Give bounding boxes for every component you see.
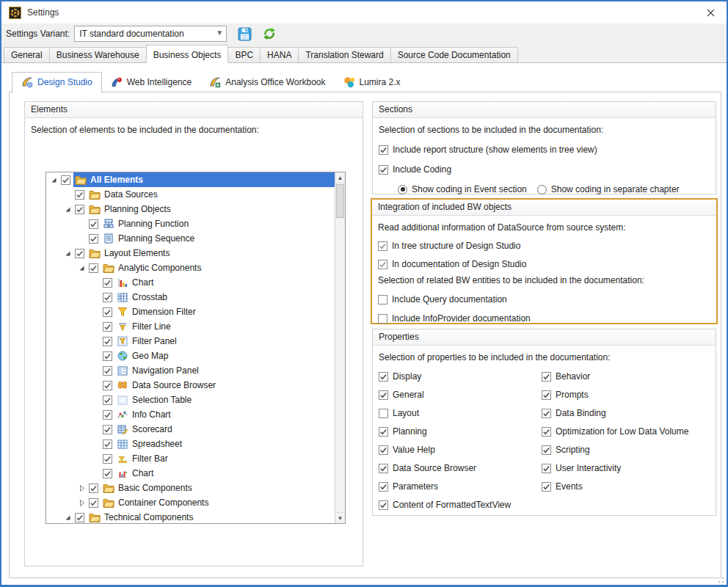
checkbox-general-left[interactable]: General [379,390,542,400]
checkbox-box[interactable] [379,165,388,175]
tree-checkbox[interactable] [103,410,112,420]
subtab-design-studio[interactable]: Design Studio [12,72,102,93]
radio-button[interactable] [398,185,407,194]
close-icon[interactable] [700,4,721,21]
expanded-arrow-icon[interactable] [77,263,87,273]
checkbox-include-infoprovider-documentation[interactable]: Include InfoProvider documentation [378,313,716,324]
checkbox-box[interactable] [378,260,387,269]
tree-item-planning-sequence[interactable]: Planning Sequence [46,231,335,246]
checkbox-include-query-documentation[interactable]: Include Query documentation [378,294,716,305]
expanded-arrow-icon[interactable] [63,513,73,522]
checkbox-include-coding[interactable]: Include Coding [379,164,716,175]
tree-checkbox[interactable] [103,440,112,449]
checkbox-parameters-left[interactable]: Parameters [379,481,542,492]
expanded-arrow-icon[interactable] [63,205,73,214]
tree-checkbox[interactable] [103,293,112,302]
tree-checkbox[interactable] [103,322,112,332]
checkbox-box[interactable] [378,314,387,324]
subtab-lumira-2-x[interactable]: Lumira 2.x [335,73,410,92]
subtab-analysis-office-workbook[interactable]: Analysis Office Workbook [200,73,334,92]
tab-general[interactable]: General [4,47,50,62]
checkbox-layout-left[interactable]: Layout [379,408,542,418]
tree-checkbox[interactable] [75,513,84,522]
checkbox-scripting-right[interactable]: Scripting [542,445,688,455]
tab-bpc[interactable]: BPC [228,47,261,62]
checkbox-box[interactable] [379,409,388,418]
checkbox-include-report-structure-show-elements-in-tree-view[interactable]: Include report structure (show elements … [379,145,716,155]
expanded-arrow-icon[interactable] [63,249,73,258]
tree-checkbox[interactable] [89,219,98,229]
tree-item-all-elements[interactable]: All Elements [46,172,335,187]
expanded-arrow-icon[interactable] [49,175,59,185]
scrollbar-thumb[interactable] [336,184,344,218]
tree-scrollbar[interactable]: ▲ ▼ [335,172,345,523]
radio-button[interactable] [537,185,547,194]
tree-item-dimension-filter[interactable]: Dimension Filter [46,305,335,319]
tree-item-data-source-browser[interactable]: Data Source Browser [46,378,335,393]
combo-dropdown-icon[interactable]: ▼ [216,29,223,37]
tree-checkbox[interactable] [75,190,84,200]
scroll-up-icon[interactable]: ▲ [335,172,345,183]
tree-checkbox[interactable] [103,469,112,478]
tree-item-layout-elements[interactable]: Layout Elements [46,246,335,260]
resize-grip[interactable] [716,575,724,583]
tree-item-selection-table[interactable]: Selection Table [46,393,335,407]
tab-business-objects[interactable]: Business Objects [146,45,229,63]
tree-checkbox[interactable] [89,234,98,244]
tree-checkbox[interactable] [103,366,112,376]
tree-item-chart[interactable]: Chart [46,466,335,481]
tree-checkbox[interactable] [103,425,112,434]
tab-business-warehouse[interactable]: Business Warehouse [49,47,147,62]
tab-translation-steward[interactable]: Translation Steward [298,47,390,62]
checkbox-box[interactable] [542,390,551,400]
checkbox-box[interactable] [542,409,551,418]
checkbox-optimization-for-low-data-volume-right[interactable]: Optimization for Low Data Volume [542,426,688,437]
checkbox-box[interactable] [542,427,551,437]
tree-checkbox[interactable] [89,484,98,493]
checkbox-events-right[interactable]: Events [542,481,688,492]
tree-item-technical-components[interactable]: Technical Components [46,510,335,524]
checkbox-box[interactable] [379,464,388,473]
radio-show-coding-in-event-section[interactable]: Show coding in Event section [398,184,527,194]
tab-source-code-documentation[interactable]: Source Code Documentation [390,47,518,62]
tree-checkbox[interactable] [75,205,84,214]
tree-checkbox[interactable] [75,249,84,258]
checkbox-value-help-left[interactable]: Value Help [379,445,542,455]
checkbox-display-left[interactable]: Display [379,371,542,382]
tree-item-container-components[interactable]: Container Components [46,495,335,510]
checkbox-box[interactable] [542,372,551,382]
checkbox-in-tree-structure-of-design-studio[interactable]: In tree structure of Design Studio [378,241,716,251]
tree-item-basic-components[interactable]: Basic Components [46,481,335,495]
checkbox-behavior-right[interactable]: Behavior [542,371,688,382]
checkbox-planning-left[interactable]: Planning [379,426,542,437]
checkbox-box[interactable] [542,482,551,492]
tree-item-planning-objects[interactable]: Planning Objects [46,202,335,216]
collapsed-arrow-icon[interactable] [77,498,87,508]
checkbox-prompts-right[interactable]: Prompts [542,390,688,400]
checkbox-content-of-formattedtextview-left[interactable]: Content of FormattedTextView [379,500,542,510]
checkbox-box[interactable] [542,464,551,473]
tree-item-info-chart[interactable]: Info Chart [46,407,335,422]
tree-item-spreadsheet[interactable]: Spreadsheet [46,437,335,451]
checkbox-box[interactable] [379,445,388,455]
checkbox-in-documentation-of-design-studio[interactable]: In documentation of Design Studio [378,259,716,269]
checkbox-data-source-browser-left[interactable]: Data Source Browser [379,463,542,473]
checkbox-box[interactable] [379,372,388,382]
checkbox-data-binding-right[interactable]: Data Binding [542,408,688,418]
tree-item-filter-line[interactable]: Filter Line [46,319,335,334]
checkbox-box[interactable] [378,295,387,305]
tree-checkbox[interactable] [89,263,98,273]
tree-item-geo-map[interactable]: Geo Map [46,349,335,363]
tab-hana[interactable]: HANA [260,47,299,62]
tree-item-filter-panel[interactable]: Filter Panel [46,334,335,349]
tree-checkbox[interactable] [103,278,112,288]
tree-checkbox[interactable] [103,307,112,317]
tree-checkbox[interactable] [103,337,112,346]
checkbox-box[interactable] [379,390,388,400]
tree-checkbox[interactable] [103,395,112,405]
checkbox-box[interactable] [379,145,388,155]
tree-item-navigation-panel[interactable]: Navigation Panel [46,363,335,378]
tree-checkbox[interactable] [103,351,112,361]
checkbox-box[interactable] [378,241,387,251]
collapsed-arrow-icon[interactable] [77,484,87,493]
